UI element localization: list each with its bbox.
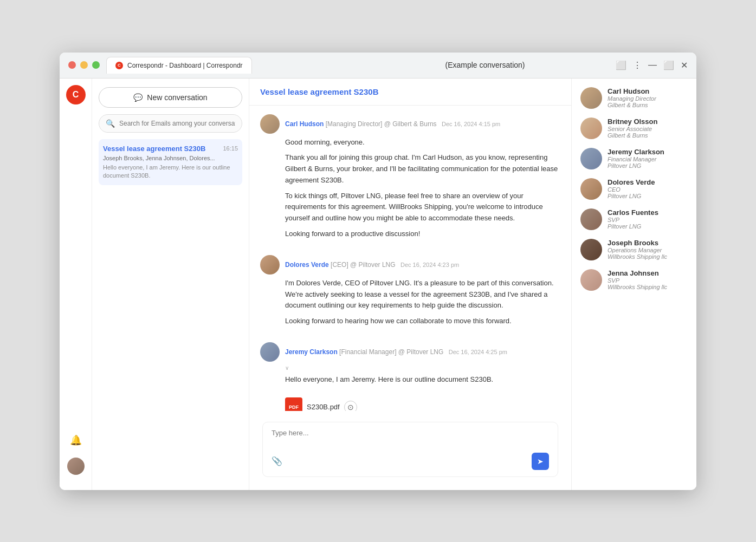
participant-role: CEO <box>608 186 655 193</box>
participant-company: Piltover LNG <box>608 162 664 169</box>
participant-name: Jenna Johnsen <box>608 269 667 277</box>
msg-role: [Financial Manager] @ Piltover LNG <box>339 348 443 356</box>
attach-file-icon[interactable]: 📎 <box>272 456 282 466</box>
participant-role: Financial Manager <box>608 156 664 162</box>
participant-company: Willbrooks Shipping llc <box>608 253 667 260</box>
participant-avatar <box>580 148 602 169</box>
tab-favicon: C <box>115 62 123 69</box>
msg-timestamp: Dec 16, 2024 4:23 pm <box>400 262 459 268</box>
participant-item-joseph: Joseph Brooks Operations Manager Willbro… <box>580 239 688 260</box>
participant-company: Piltover LNG <box>608 223 658 230</box>
conv-participants: Joseph Brooks, Jenna Johnsen, Dolores... <box>103 155 238 161</box>
pdf-icon: PDF <box>285 397 302 411</box>
participants-panel: Carl Hudson Managing Director Gilbert & … <box>572 79 696 490</box>
participant-name: Britney Olsson <box>608 117 657 126</box>
conv-time: 16:15 <box>223 145 238 152</box>
msg-body: I'm Dolores Verde, CEO of Piltover LNG. … <box>285 278 560 331</box>
participant-avatar <box>580 87 602 109</box>
participant-avatar <box>580 239 602 260</box>
participant-role: SVP <box>608 217 658 223</box>
participant-company: Gilbert & Burns <box>608 132 657 139</box>
chat-messages: Carl Hudson [Managing Director] @ Gilber… <box>249 106 571 411</box>
search-box: 🔍 <box>99 114 242 133</box>
notification-icon[interactable]: 🔔 <box>67 432 85 449</box>
participant-name: Dolores Verde <box>608 178 655 186</box>
sidebar-icons: C 🔔 <box>60 79 92 490</box>
msg-timestamp: Dec 16, 2024 4:25 pm <box>449 349 507 355</box>
participant-name: Carl Hudson <box>608 87 656 95</box>
msg-role: [CEO] @ Piltover LNG <box>331 261 396 269</box>
participant-name: Carlos Fuentes <box>608 208 658 217</box>
participant-name: Jeremy Clarkson <box>608 148 664 156</box>
participant-item-carlos: Carlos Fuentes SVP Piltover LNG <box>580 208 688 230</box>
app-logo[interactable]: C <box>66 85 86 105</box>
expand-icon[interactable]: ∨ <box>285 365 560 371</box>
participant-avatar <box>580 269 602 291</box>
msg-timestamp: Dec 16, 2024 4:15 pm <box>442 121 500 127</box>
close-button[interactable] <box>68 61 76 69</box>
msg-sender: Jeremy Clarkson <box>285 348 338 356</box>
participant-company: Piltover LNG <box>608 193 655 199</box>
avatar-carl <box>260 114 280 134</box>
chat-panel: Vessel lease agreement S230B Carl Hudson… <box>249 79 572 490</box>
minimize-button[interactable] <box>80 61 88 69</box>
message-block: Jeremy Clarkson [Financial Manager] @ Pi… <box>260 342 560 410</box>
participant-item-jeremy: Jeremy Clarkson Financial Manager Piltov… <box>580 148 688 169</box>
message-block: Dolores Verde [CEO] @ Piltover LNG Dec 1… <box>260 255 560 331</box>
msg-role: [Managing Director] @ Gilbert & Burns <box>326 120 437 128</box>
bookmark-icon[interactable]: ⬜ <box>616 60 626 70</box>
participant-role: Managing Director <box>608 95 656 102</box>
window-title: (Example conversation) <box>361 61 609 69</box>
send-icon: ➤ <box>537 457 544 466</box>
search-icon: 🔍 <box>106 119 115 128</box>
participant-avatar <box>580 117 602 139</box>
participant-item-britney: Britney Olsson Senior Associate Gilbert … <box>580 117 688 139</box>
browser-tab[interactable]: C Correspondr - Dashboard | Correspondr <box>106 57 252 74</box>
new-conversation-button[interactable]: 💬 New conversation <box>99 87 242 108</box>
conv-title: Vessel lease agreement S230B <box>103 145 205 153</box>
chat-header: Vessel lease agreement S230B <box>249 79 571 106</box>
msg-body: Hello everyone, I am Jeremy. Here is our… <box>285 374 560 390</box>
conv-preview: Hello everyone, I am Jeremy. Here is our… <box>103 164 238 180</box>
participant-role: SVP <box>608 277 667 284</box>
participant-company: Gilbert & Burns <box>608 102 656 108</box>
participant-company: Willbrooks Shipping llc <box>608 284 667 290</box>
participant-item-dolores: Dolores Verde CEO Piltover LNG <box>580 178 688 200</box>
attachment: PDF S230B.pdf ⊙ <box>285 397 560 411</box>
conversation-list-panel: 💬 New conversation 🔍 Vessel lease agreem… <box>92 79 249 490</box>
participant-role: Senior Associate <box>608 126 657 132</box>
search-input[interactable] <box>119 120 235 127</box>
new-conv-icon: 💬 <box>133 93 143 102</box>
more-options-icon[interactable]: ⋮ <box>633 60 642 70</box>
tab-label: Correspondr - Dashboard | Correspondr <box>127 62 243 69</box>
attachment-name: S230B.pdf <box>307 403 340 410</box>
close-icon[interactable]: ✕ <box>681 60 688 70</box>
conversation-item[interactable]: Vessel lease agreement S230B 16:15 Josep… <box>99 139 242 186</box>
participant-name: Joseph Brooks <box>608 239 667 247</box>
message-block: Carl Hudson [Managing Director] @ Gilber… <box>260 114 560 244</box>
minimize-icon[interactable]: — <box>648 60 657 70</box>
maximize-button[interactable] <box>92 61 100 69</box>
participant-item-carl: Carl Hudson Managing Director Gilbert & … <box>580 87 688 109</box>
restore-icon[interactable]: ⬜ <box>663 60 674 70</box>
msg-body: Good morning, everyone. Thank you all fo… <box>285 137 560 244</box>
attachment-download-icon[interactable]: ⊙ <box>344 401 357 411</box>
avatar-dolores <box>260 255 280 275</box>
send-button[interactable]: ➤ <box>532 453 549 470</box>
participant-avatar <box>580 208 602 230</box>
participant-avatar <box>580 178 602 200</box>
msg-sender: Dolores Verde <box>285 261 329 269</box>
msg-sender: Carl Hudson <box>285 120 324 128</box>
chat-input-area: 📎 ➤ <box>262 422 558 477</box>
chat-input[interactable] <box>272 429 549 446</box>
avatar-jeremy <box>260 342 280 362</box>
participant-role: Operations Manager <box>608 247 667 253</box>
user-avatar[interactable] <box>67 458 85 475</box>
participant-item-jenna: Jenna Johnsen SVP Willbrooks Shipping ll… <box>580 269 688 291</box>
